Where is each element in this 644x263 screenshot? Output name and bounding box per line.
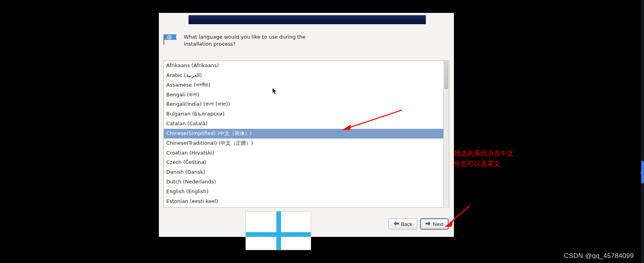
language-item[interactable]: Croatian (Hrvatski) xyxy=(164,148,443,158)
language-item[interactable]: Afrikaans (Afrikaans) xyxy=(164,61,443,71)
list-scrollbar-thumb[interactable] xyxy=(445,62,448,89)
svg-rect-0 xyxy=(164,34,164,44)
language-item[interactable]: Assamese (অসমীয়া) xyxy=(164,80,443,90)
watermark: CSDN @qq_45784099 xyxy=(564,252,634,260)
page-scrollbar[interactable] xyxy=(641,0,644,263)
next-button-label: Next xyxy=(433,221,443,227)
language-item[interactable]: Arabic (العربية) xyxy=(164,71,443,80)
back-button-label: Back xyxy=(401,221,412,227)
installer-window: What language would you like to use duri… xyxy=(159,13,454,237)
list-scrollbar[interactable] xyxy=(443,61,449,207)
language-item[interactable]: Catalan (Català) xyxy=(164,119,443,129)
language-item[interactable]: Finnish (suomi) xyxy=(164,206,443,207)
language-list: Afrikaans (Afrikaans)Arabic (العربية)Ass… xyxy=(164,60,449,208)
un-flag-icon xyxy=(164,34,178,44)
language-item[interactable]: Dutch (Nederlands) xyxy=(164,177,443,187)
language-item[interactable]: Danish (Dansk) xyxy=(164,167,443,177)
language-item[interactable]: Bulgarian (Български) xyxy=(164,109,443,119)
annotation-text: 我选的系统语言中文 你也可以选英文 xyxy=(454,149,514,169)
arrow-right-icon xyxy=(425,221,431,227)
language-item[interactable]: Chinese(Traditional) (中文（正體）) xyxy=(164,139,443,148)
prompt-row: What language would you like to use duri… xyxy=(164,34,317,47)
header-banner xyxy=(189,15,426,24)
language-item[interactable]: Estonian (eesti keel) xyxy=(164,197,443,206)
back-button[interactable]: Back xyxy=(388,219,417,229)
language-item[interactable]: Czech (Čeština) xyxy=(164,158,443,167)
language-item[interactable]: Bengali(India) (বাংলা (ভারত)) xyxy=(164,100,443,109)
page-scrollbar-thumb[interactable] xyxy=(641,161,644,183)
language-list-scroll[interactable]: Afrikaans (Afrikaans)Arabic (العربية)Ass… xyxy=(164,61,443,207)
language-item[interactable]: English (English) xyxy=(164,187,443,197)
decorative-plus-overlay xyxy=(246,211,311,250)
arrow-left-icon xyxy=(393,221,399,227)
language-item[interactable]: Bengali (বাংলা) xyxy=(164,90,443,100)
language-item[interactable]: Chinese(Simplified) (中文（简体）) xyxy=(164,129,443,139)
next-button[interactable]: Next xyxy=(420,219,448,229)
annotation-line-2: 你也可以选英文 xyxy=(454,159,514,169)
annotation-line-1: 我选的系统语言中文 xyxy=(454,149,514,159)
prompt-text: What language would you like to use duri… xyxy=(184,34,317,47)
